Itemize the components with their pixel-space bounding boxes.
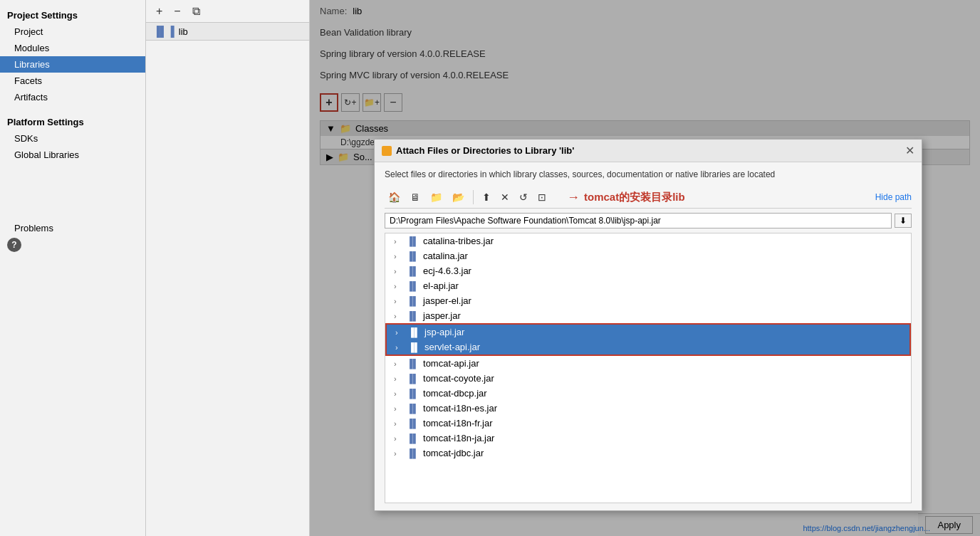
file-jar-icon: ▐▌: [407, 266, 419, 276]
file-name-label: catalina.jar: [423, 251, 468, 261]
tomcat-annotation: → tomcat的安装目录lib: [567, 190, 685, 205]
folder-btn[interactable]: 📁: [427, 189, 446, 205]
help-icon[interactable]: ?: [7, 238, 21, 252]
file-row[interactable]: ›▐▌tomcat-jdbc.jar: [385, 446, 911, 461]
modal-close-btn[interactable]: ✕: [905, 144, 914, 157]
right-panel: Name: lib Bean Validation library Spring…: [310, 0, 980, 536]
desktop-btn[interactable]: 🖥: [407, 189, 424, 205]
library-icon: ▐▌▐: [153, 26, 174, 37]
file-expand-icon: ›: [395, 343, 404, 352]
home-btn[interactable]: 🏠: [385, 189, 404, 205]
modal-icon: [382, 146, 392, 156]
file-name-label: jsp-api.jar: [424, 327, 464, 337]
file-expand-icon: ›: [395, 328, 404, 337]
file-row[interactable]: ›▐▌el-api.jar: [385, 278, 911, 293]
sidebar-item-libraries[interactable]: Libraries: [0, 56, 145, 73]
file-expand-icon: ›: [394, 359, 402, 368]
delete-btn[interactable]: ✕: [497, 189, 513, 205]
sidebar-item-sdks[interactable]: SDKs: [0, 130, 145, 147]
modal-title: Attach Files or Directories to Library '…: [382, 145, 574, 156]
file-browser-toolbar: 🏠 🖥 📁 📂 ⬆ ✕ ↺ ⊡ → tomcat的安装目录lib: [385, 186, 912, 209]
file-expand-icon: ›: [394, 297, 402, 305]
file-row[interactable]: ›▐▌tomcat-coyote.jar: [385, 371, 911, 386]
file-name-label: tomcat-dbcp.jar: [423, 388, 487, 399]
path-row: ⬇: [385, 213, 912, 228]
file-jar-icon: ▐▌: [407, 404, 419, 414]
file-jar-icon: ▐▌: [407, 419, 419, 429]
sidebar-item-global-libraries[interactable]: Global Libraries: [0, 147, 145, 163]
sidebar: Project Settings Project Modules Librari…: [0, 0, 146, 536]
library-name: lib: [179, 26, 188, 37]
file-row[interactable]: ›▐▌jasper-el.jar: [385, 293, 911, 308]
copy-library-btn[interactable]: ⧉: [189, 4, 203, 19]
add-library-btn[interactable]: +: [153, 4, 165, 19]
file-expand-icon: ›: [394, 404, 402, 413]
file-jar-icon: ▐▌: [407, 236, 419, 246]
sidebar-item-artifacts[interactable]: Artifacts: [0, 89, 145, 105]
file-row[interactable]: ›▐▌tomcat-dbcp.jar: [385, 386, 911, 401]
modal-header: Attach Files or Directories to Library '…: [375, 140, 922, 162]
library-list-panel: + − ⧉ ▐▌▐ lib: [146, 0, 310, 536]
path-input[interactable]: [385, 213, 892, 228]
file-jar-icon: ▐▌: [407, 251, 419, 261]
file-row[interactable]: ›▐▌jasper.jar: [385, 308, 911, 323]
copy-path-btn[interactable]: ⊡: [534, 189, 550, 205]
file-expand-icon: ›: [394, 374, 402, 383]
file-row[interactable]: ›▐▌tomcat-api.jar: [385, 356, 911, 371]
file-row[interactable]: ›▐▌tomcat-i18n-fr.jar: [385, 416, 911, 431]
sidebar-item-project[interactable]: Project: [0, 23, 145, 40]
platform-settings-title: Platform Settings: [0, 111, 145, 130]
file-expand-icon: ›: [394, 449, 402, 458]
modal-body: Select files or directories in which lib…: [375, 162, 922, 510]
file-expand-icon: ›: [394, 419, 402, 428]
file-name-label: el-api.jar: [423, 280, 459, 291]
file-name-label: tomcat-i18n-ja.jar: [423, 433, 494, 443]
file-expand-icon: ›: [394, 312, 402, 320]
file-name-label: catalina-tribes.jar: [423, 236, 494, 246]
file-row[interactable]: ›▐▌tomcat-i18n-es.jar: [385, 401, 911, 416]
attach-files-modal: Attach Files or Directories to Library '…: [374, 139, 922, 511]
file-jar-icon: ▐▌: [407, 281, 419, 291]
sidebar-item-modules[interactable]: Modules: [0, 40, 145, 56]
file-row[interactable]: ›▐▌tomcat-i18n-ja.jar: [385, 431, 911, 446]
file-name-label: tomcat-api.jar: [423, 358, 479, 369]
library-toolbar: + − ⧉: [146, 0, 309, 23]
file-jar-icon: ▐▌: [407, 448, 419, 458]
up-btn[interactable]: ⬆: [479, 189, 494, 205]
file-name-label: servlet-api.jar: [424, 342, 480, 352]
file-name-label: tomcat-coyote.jar: [423, 373, 494, 384]
toolbar-separator-1: [473, 190, 474, 204]
file-expand-icon: ›: [394, 267, 402, 275]
file-name-label: tomcat-i18n-es.jar: [423, 403, 497, 414]
modal-description: Select files or directories in which lib…: [385, 169, 912, 179]
file-jar-icon: ▐▌: [407, 311, 419, 321]
sidebar-item-problems[interactable]: Problems: [0, 220, 145, 236]
file-name-label: jasper-el.jar: [423, 295, 471, 306]
file-jar-icon: ▐▌: [407, 433, 419, 443]
file-name-label: jasper.jar: [423, 310, 461, 321]
file-name-label: tomcat-jdbc.jar: [423, 448, 484, 458]
file-jar-icon: ▐▌: [408, 342, 420, 352]
file-list[interactable]: ›▐▌catalina-tribes.jar›▐▌catalina.jar›▐▌…: [385, 233, 912, 503]
file-name-label: tomcat-i18n-fr.jar: [423, 418, 493, 429]
hide-path-btn[interactable]: Hide path: [875, 192, 912, 202]
library-entry-lib[interactable]: ▐▌▐ lib: [146, 23, 309, 41]
folder2-btn[interactable]: 📂: [449, 189, 468, 205]
modal-overlay: Attach Files or Directories to Library '…: [310, 0, 980, 536]
file-jar-icon: ▐▌: [407, 296, 419, 306]
remove-library-btn[interactable]: −: [171, 4, 183, 19]
file-row[interactable]: ›▐▌servlet-api.jar: [385, 340, 911, 356]
file-jar-icon: ▐▌: [408, 327, 420, 337]
refresh-btn[interactable]: ↺: [516, 189, 531, 205]
file-row[interactable]: ›▐▌ecj-4.6.3.jar: [385, 263, 911, 278]
file-expand-icon: ›: [394, 237, 402, 246]
file-jar-icon: ▐▌: [407, 374, 419, 384]
download-btn[interactable]: ⬇: [895, 214, 912, 228]
file-row[interactable]: ›▐▌catalina.jar: [385, 248, 911, 263]
file-row[interactable]: ›▐▌jsp-api.jar: [385, 323, 911, 340]
file-jar-icon: ▐▌: [407, 389, 419, 399]
file-row[interactable]: ›▐▌catalina-tribes.jar: [385, 233, 911, 248]
sidebar-item-facets[interactable]: Facets: [0, 73, 145, 89]
project-settings-title: Project Settings: [0, 4, 145, 23]
file-expand-icon: ›: [394, 434, 402, 443]
